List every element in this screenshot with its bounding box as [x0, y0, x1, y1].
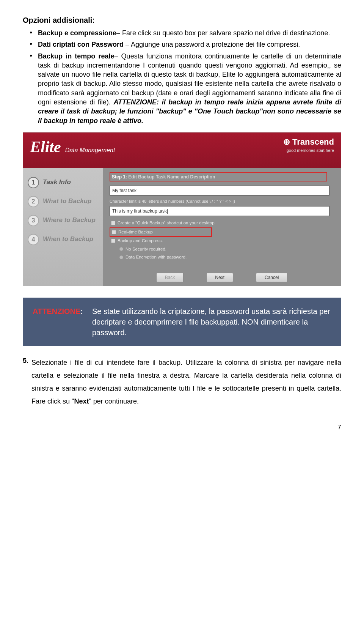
cancel-button[interactable]: Cancel: [256, 273, 287, 282]
step-5-next-word: Next: [74, 397, 89, 405]
step-5-text-b: " per continuare.: [89, 397, 138, 405]
sidebar-step-1[interactable]: 1Task Info: [23, 173, 103, 192]
wizard-main-wrap: Step 1: Edit Backup Task Name and Descri…: [103, 168, 341, 286]
step-number-2: 2: [28, 196, 39, 207]
task-name-input[interactable]: My first task: [110, 186, 329, 196]
sidebar-step-3[interactable]: 3Where to Backup: [23, 211, 103, 230]
step-subtitle: Edit Backup Task Name and Description: [127, 174, 215, 180]
task-desc-input[interactable]: This is my first backup task|: [110, 206, 329, 216]
attention-colon: :: [80, 307, 83, 315]
bullet-realtime: Backup in tempo reale– Questa funziona m…: [32, 52, 341, 125]
app-subtitle: Data Management: [65, 147, 115, 153]
checkbox-icon: [112, 230, 116, 234]
opt-backup-compress[interactable]: Backup and Compress.: [110, 237, 334, 245]
opt-compress-label: Backup and Compress.: [118, 238, 163, 244]
step-5-number: 5.: [23, 356, 28, 408]
bullet-compress: Backup e compressione– Fare click su que…: [32, 28, 341, 38]
attention-label: ATTENZIONE:: [33, 306, 83, 338]
realtime-highlight: Real-time Backup: [110, 227, 212, 237]
step-header-box: Step 1: Edit Backup Task Name and Descri…: [110, 172, 327, 181]
char-limit-hint: Character limit is 40 letters and number…: [110, 199, 334, 204]
attention-text: Se state utilizzando la criptazione, la …: [92, 306, 331, 338]
app-title: Elite: [30, 138, 61, 156]
bullet-password: Dati criptati con Password – Aggiunge un…: [32, 40, 341, 49]
sidebar-step-1-label: Task Info: [43, 178, 71, 187]
opt-quick-backup[interactable]: Create a "Quick Backup" shortcut on your…: [110, 219, 334, 227]
wizard-main: Step 1: Edit Backup Task Name and Descri…: [103, 168, 341, 268]
page-number: 7: [23, 423, 341, 432]
attention-box: ATTENZIONE: Se state utilizzando la crip…: [23, 298, 341, 346]
brand-block: ⊕ Transcend good memories start here: [283, 136, 334, 153]
opt-nosec-label: No Security required.: [126, 246, 166, 252]
step-label: Step 1:: [112, 174, 127, 180]
app-body: 1Task Info 2What to Backup 3Where to Bac…: [23, 168, 341, 286]
wizard-sidebar: 1Task Info 2What to Backup 3Where to Bac…: [23, 168, 103, 286]
checkbox-icon: [111, 239, 115, 243]
options-list: Backup e compressione– Fare click su que…: [23, 28, 341, 125]
sidebar-step-4-label: When to Backup: [43, 235, 93, 244]
step-number-4: 4: [28, 234, 39, 245]
options-group: Create a "Quick Backup" shortcut on your…: [110, 219, 334, 262]
opt-no-security[interactable]: No Security required.: [118, 245, 334, 254]
app-title-block: Elite Data Management: [30, 136, 115, 158]
wizard-buttons: Back Next Cancel: [103, 268, 341, 286]
brand-tagline: good memories start here: [283, 148, 334, 153]
attention-word: ATTENZIONE: [33, 307, 80, 315]
bullet-password-label: Dati criptati con Password: [38, 41, 124, 48]
brand-logo: ⊕ Transcend: [283, 136, 334, 148]
bullet-realtime-label: Backup in tempo reale: [38, 52, 114, 60]
opt-realtime-label: Real-time Backup: [118, 229, 153, 235]
step-5-block: 5. Selezionate i file di cui intendete f…: [23, 356, 341, 408]
sidebar-step-4[interactable]: 4When to Backup: [23, 230, 103, 249]
checkbox-icon: [111, 221, 115, 225]
sidebar-step-3-label: Where to Backup: [43, 216, 96, 225]
step-number-1: 1: [28, 177, 39, 188]
sidebar-step-2-label: What to Backup: [43, 197, 91, 206]
bullet-password-text: – Aggiunge una password a protezione dei…: [124, 41, 300, 48]
sidebar-step-2[interactable]: 2What to Backup: [23, 192, 103, 211]
bullet-compress-label: Backup e compressione: [38, 29, 116, 37]
bullet-realtime-text: – Questa funziona monitora continuamente…: [38, 52, 341, 106]
opt-data-encryption[interactable]: Data Encryption with password.: [118, 253, 334, 262]
brand-name: Transcend: [292, 137, 334, 147]
step-5-paragraph: Selezionate i file di cui intendete fare…: [31, 356, 341, 408]
opt-realtime-backup[interactable]: Real-time Backup: [110, 228, 211, 237]
radio-icon: [119, 247, 123, 251]
options-heading: Opzioni addisionali:: [23, 15, 341, 25]
app-header: Elite Data Management ⊕ Transcend good m…: [23, 132, 341, 168]
opt-enc-label: Data Encryption with password.: [126, 254, 187, 260]
app-screenshot: Elite Data Management ⊕ Transcend good m…: [23, 132, 341, 286]
bullet-compress-text: – Fare click su questo box per salvare s…: [116, 29, 330, 37]
radio-icon: [119, 255, 123, 259]
back-button[interactable]: Back: [156, 273, 184, 282]
next-button[interactable]: Next: [206, 273, 233, 282]
opt-quick-label: Create a "Quick Backup" shortcut on your…: [118, 220, 215, 226]
step-number-3: 3: [28, 215, 39, 226]
